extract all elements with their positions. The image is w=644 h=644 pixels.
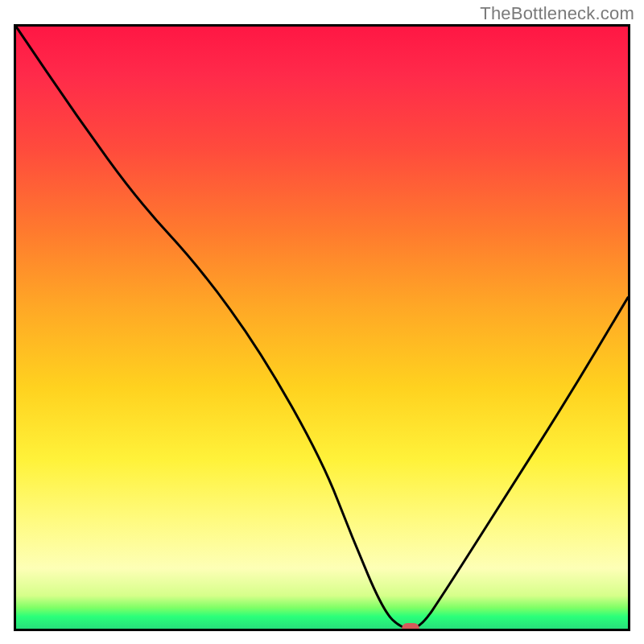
chart-container: TheBottleneck.com [0,0,644,644]
minimum-marker [402,623,419,631]
plot-area [14,24,630,631]
watermark: TheBottleneck.com [480,3,634,24]
bottleneck-curve [16,27,628,629]
